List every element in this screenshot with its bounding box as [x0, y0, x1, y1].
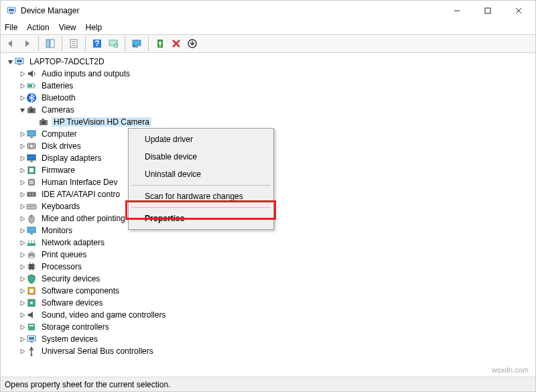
twisty-icon[interactable]	[18, 82, 26, 90]
tree-category[interactable]: Audio inputs and outputs	[3, 68, 533, 80]
tree-node-label[interactable]: Display adapters	[40, 153, 103, 163]
tree-node-label[interactable]: Print queues	[40, 250, 88, 259]
tree-device[interactable]: HP TrueVision HD Camera	[3, 116, 533, 128]
computer-icon	[26, 129, 37, 139]
twisty-icon[interactable]	[18, 287, 26, 295]
toolbar-separator	[38, 36, 39, 51]
maximize-button[interactable]	[472, 1, 503, 21]
twisty-icon[interactable]	[18, 190, 26, 198]
tree-node-label[interactable]: HP TrueVision HD Camera	[52, 117, 151, 127]
tree-node-label[interactable]: Sound, video and game controllers	[40, 310, 168, 320]
twisty-icon[interactable]	[18, 142, 26, 150]
minimize-button[interactable]	[442, 1, 472, 21]
tree-category[interactable]: Security devices	[3, 273, 533, 285]
tree-category[interactable]: Bluetooth	[3, 92, 533, 104]
twisty-icon[interactable]	[18, 311, 26, 319]
tree-node-label[interactable]: Firmware	[40, 166, 77, 175]
tree-category[interactable]: Sound, video and game controllers	[3, 309, 533, 321]
tree-node-label[interactable]: Cameras	[40, 105, 76, 115]
twisty-icon[interactable]	[18, 166, 26, 174]
tree-node-label[interactable]: Network adapters	[40, 238, 107, 247]
twisty-icon[interactable]	[18, 106, 26, 114]
context-menu-item[interactable]: Uninstall device	[129, 166, 273, 183]
twisty-icon[interactable]	[18, 251, 26, 259]
twisty-icon[interactable]	[18, 154, 26, 162]
twisty-icon[interactable]	[18, 263, 26, 271]
context-menu-item[interactable]: Disable device	[129, 148, 273, 166]
hid-icon	[26, 177, 37, 188]
tree-node-label[interactable]: Processors	[40, 262, 84, 271]
menu-file[interactable]: File	[5, 23, 17, 32]
context-menu-item[interactable]: Scan for hardware changes	[129, 188, 273, 205]
context-menu-item[interactable]: Update driver	[129, 131, 273, 148]
show-hide-tree-icon[interactable]	[43, 36, 58, 51]
update-driver-icon[interactable]	[153, 36, 168, 51]
toolbar-separator	[125, 36, 125, 51]
nav-back-icon[interactable]	[3, 36, 18, 51]
tree-category[interactable]: Batteries	[3, 80, 533, 92]
tree-category[interactable]: Software devices	[3, 297, 533, 309]
uninstall-icon[interactable]	[169, 36, 184, 51]
menu-help[interactable]: Help	[86, 23, 103, 32]
tree-node-label[interactable]: Disk drives	[40, 141, 83, 151]
twisty-icon[interactable]	[18, 335, 26, 343]
svg-rect-37	[42, 119, 44, 120]
twisty-icon[interactable]	[18, 214, 26, 222]
svg-rect-8	[50, 40, 54, 48]
tree-category[interactable]: Storage controllers	[3, 321, 533, 333]
tree-category[interactable]: Print queues	[3, 249, 533, 261]
svg-rect-18	[133, 40, 141, 46]
storage-icon	[26, 322, 37, 332]
twisty-icon[interactable]	[18, 202, 26, 210]
tree-node-label[interactable]: Computer	[40, 129, 79, 139]
twisty-icon[interactable]	[18, 323, 26, 331]
twisty-icon[interactable]	[18, 299, 26, 307]
nav-forward-icon[interactable]	[19, 36, 34, 51]
tree-category[interactable]: Universal Serial Bus controllers	[3, 345, 533, 357]
monitor-icon[interactable]	[129, 36, 144, 51]
tree-node-label[interactable]: LAPTOP-7ADCLT2D	[27, 57, 107, 66]
audio-icon	[26, 68, 37, 79]
properties-icon[interactable]	[66, 36, 81, 51]
tree-node-label[interactable]: System devices	[40, 334, 100, 344]
twisty-icon[interactable]	[18, 178, 26, 186]
tree-node-label[interactable]: Software components	[40, 286, 121, 296]
root	[14, 56, 25, 67]
tree-category[interactable]: System devices	[3, 333, 533, 345]
close-button[interactable]	[503, 1, 534, 21]
help-icon[interactable]: ?	[90, 36, 105, 51]
twisty-icon[interactable]	[18, 130, 26, 138]
tree-root[interactable]: LAPTOP-7ADCLT2D	[3, 56, 533, 68]
status-bar: Opens property sheet for the current sel…	[1, 377, 535, 391]
twisty-icon[interactable]	[18, 70, 26, 78]
tree-category[interactable]: Processors	[3, 261, 533, 273]
twisty-icon[interactable]	[6, 58, 14, 66]
tree-node-label[interactable]: IDE ATA/ATAPI contro	[40, 190, 122, 199]
tree-node-label[interactable]: Universal Serial Bus controllers	[40, 346, 155, 356]
twisty-icon[interactable]	[18, 275, 26, 283]
tree-node-label[interactable]: Batteries	[40, 81, 75, 90]
svg-rect-42	[27, 155, 36, 160]
scan-hardware-icon[interactable]	[106, 36, 121, 51]
twisty-icon[interactable]	[18, 94, 26, 102]
tree-category[interactable]: Network adapters	[3, 237, 533, 249]
tree-node-label[interactable]: Human Interface Dev	[40, 178, 119, 187]
svg-rect-65	[29, 264, 34, 269]
tree-node-label[interactable]: Keyboards	[40, 202, 82, 211]
tree-node-label[interactable]: Security devices	[40, 274, 102, 283]
twisty-icon[interactable]	[18, 347, 26, 355]
menu-action[interactable]: Action	[27, 23, 49, 32]
twisty-icon[interactable]	[18, 226, 26, 235]
usb-icon	[26, 346, 37, 356]
tree-category[interactable]: Cameras	[3, 104, 533, 116]
tree-node-label[interactable]: Monitors	[40, 226, 74, 235]
twisty-icon[interactable]	[18, 239, 26, 247]
action-dropdown-icon[interactable]	[185, 36, 200, 51]
tree-node-label[interactable]: Storage controllers	[40, 322, 111, 332]
tree-category[interactable]: Software components	[3, 285, 533, 297]
menu-view[interactable]: View	[59, 23, 76, 32]
context-menu-item[interactable]: Properties	[129, 210, 273, 227]
tree-node-label[interactable]: Audio inputs and outputs	[40, 69, 132, 78]
tree-node-label[interactable]: Software devices	[40, 298, 105, 308]
tree-node-label[interactable]: Bluetooth	[40, 93, 78, 103]
